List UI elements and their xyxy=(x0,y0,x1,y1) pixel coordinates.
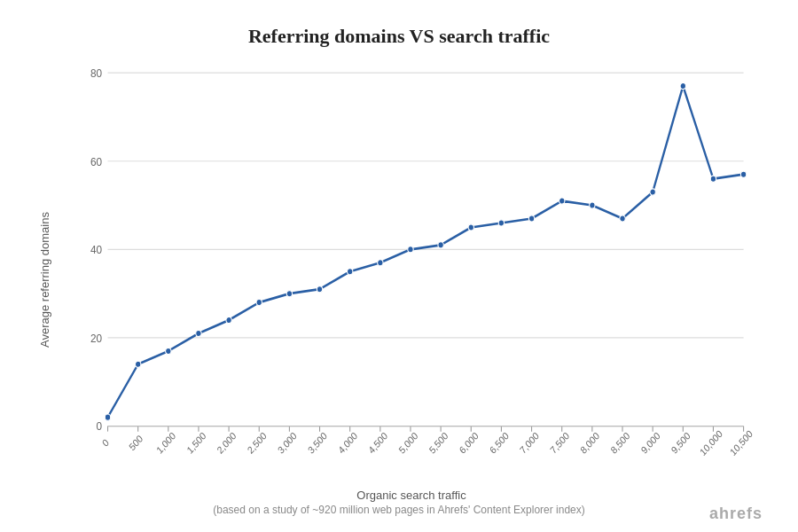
svg-text:6,000: 6,000 xyxy=(458,430,481,456)
svg-text:1,000: 1,000 xyxy=(154,430,177,456)
svg-text:2,500: 2,500 xyxy=(246,430,269,456)
svg-point-61 xyxy=(286,291,292,297)
svg-text:8,500: 8,500 xyxy=(608,430,631,456)
plot-wrapper: 02040608005001,0001,5002,0002,5003,0003,… xyxy=(60,57,763,504)
svg-text:40: 40 xyxy=(90,244,102,257)
svg-text:0: 0 xyxy=(100,437,111,449)
svg-text:5,500: 5,500 xyxy=(427,430,450,456)
svg-point-69 xyxy=(528,215,534,222)
svg-text:9,000: 9,000 xyxy=(639,430,662,456)
svg-point-63 xyxy=(347,269,352,275)
svg-point-66 xyxy=(438,242,443,248)
footer-row: (based on a study of ~920 million web pa… xyxy=(0,504,798,523)
x-axis-label: Organic search traffic xyxy=(60,485,763,504)
svg-text:80: 80 xyxy=(90,66,102,80)
svg-point-57 xyxy=(166,348,171,354)
svg-point-72 xyxy=(620,215,625,222)
svg-text:3,000: 3,000 xyxy=(276,430,299,456)
svg-point-56 xyxy=(135,361,140,367)
svg-text:7,000: 7,000 xyxy=(518,430,541,456)
svg-text:9,500: 9,500 xyxy=(669,430,692,456)
svg-text:10,500: 10,500 xyxy=(728,427,755,458)
svg-point-71 xyxy=(590,202,595,208)
line-chart: 02040608005001,0001,5002,0002,5003,0003,… xyxy=(60,57,763,485)
svg-point-55 xyxy=(105,414,110,420)
svg-text:20: 20 xyxy=(90,332,102,345)
svg-text:8,000: 8,000 xyxy=(578,430,601,456)
y-axis-label: Average referring domains xyxy=(35,57,53,504)
svg-text:60: 60 xyxy=(90,155,102,168)
svg-text:0: 0 xyxy=(97,420,103,434)
chart-container: Referring domains VS search traffic Aver… xyxy=(0,0,798,532)
svg-text:4,500: 4,500 xyxy=(366,430,389,456)
svg-point-75 xyxy=(710,176,716,182)
svg-text:5,000: 5,000 xyxy=(396,430,419,456)
svg-text:3,500: 3,500 xyxy=(306,430,329,456)
svg-point-68 xyxy=(498,220,504,226)
svg-text:1,500: 1,500 xyxy=(184,430,207,456)
svg-point-67 xyxy=(468,224,473,231)
svg-text:10,000: 10,000 xyxy=(698,427,724,458)
brand-logo: ahrefs xyxy=(709,505,763,523)
svg-point-70 xyxy=(559,198,565,204)
svg-text:500: 500 xyxy=(127,433,145,453)
svg-point-60 xyxy=(256,299,262,305)
svg-text:4,000: 4,000 xyxy=(336,430,359,456)
svg-point-59 xyxy=(226,317,231,323)
footer-text: (based on a study of ~920 million web pa… xyxy=(213,504,585,516)
svg-point-73 xyxy=(650,189,655,195)
svg-point-74 xyxy=(680,82,685,89)
chart-title: Referring domains VS search traffic xyxy=(248,25,550,48)
svg-text:7,500: 7,500 xyxy=(548,430,571,456)
svg-point-58 xyxy=(196,330,201,336)
svg-text:6,500: 6,500 xyxy=(488,430,511,456)
svg-point-64 xyxy=(378,260,383,266)
svg-text:2,000: 2,000 xyxy=(215,430,238,456)
svg-point-76 xyxy=(740,171,746,177)
svg-point-65 xyxy=(408,246,413,253)
svg-point-62 xyxy=(317,286,322,293)
chart-area: Average referring domains 02040608005001… xyxy=(35,57,763,504)
